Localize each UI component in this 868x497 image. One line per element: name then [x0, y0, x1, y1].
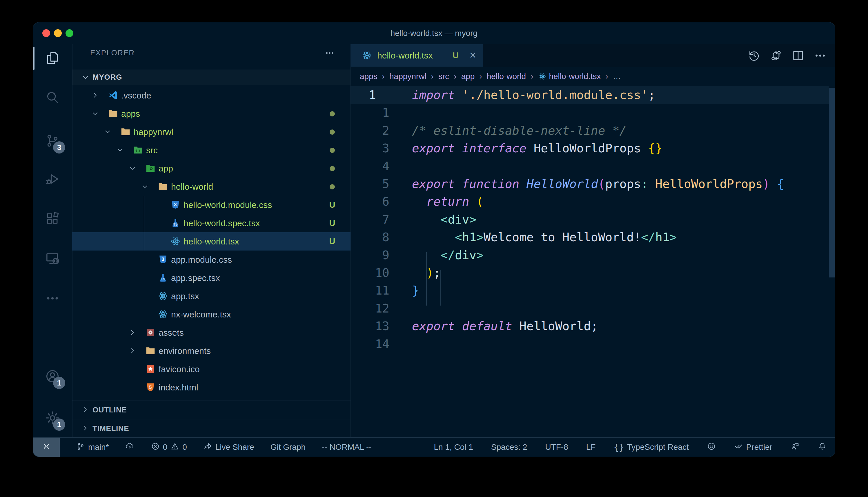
code-line[interactable]: 12	[350, 299, 835, 317]
code-line[interactable]: 9 </div>	[350, 246, 835, 264]
status-item-live-share[interactable]: Live Share	[203, 442, 254, 453]
explorer-more-actions-icon[interactable]	[324, 48, 338, 58]
line-number: 9	[350, 246, 389, 264]
tree-item-.vscode[interactable]: .vscode	[72, 86, 350, 104]
code-line[interactable]: 10 );	[350, 264, 835, 282]
status-item-indentation[interactable]: Spaces: 2	[491, 442, 527, 452]
svg-text:3: 3	[162, 257, 164, 262]
activity-item-run-debug[interactable]	[33, 165, 72, 194]
line-number: 10	[350, 264, 389, 282]
line-number: 11	[350, 282, 389, 299]
tree-item-environments[interactable]: environments	[72, 342, 350, 360]
untracked-badge: U	[327, 214, 337, 232]
breadcrumb-item-apps[interactable]: apps	[360, 72, 377, 81]
tree-item-assets[interactable]: assets	[72, 324, 350, 342]
status-item-notifications[interactable]	[817, 442, 827, 453]
code-line[interactable]: 8 <h1>Welcome to HelloWorld!</h1>	[350, 228, 835, 246]
more-actions-icon[interactable]	[813, 49, 827, 62]
tree-item-happynrwl[interactable]: happynrwl	[72, 123, 350, 141]
code-line[interactable]: 4	[350, 157, 835, 175]
tree-item-apps[interactable]: apps	[72, 104, 350, 123]
tree-item-index.html[interactable]: 5index.html	[72, 378, 350, 397]
tree-item-app.tsx[interactable]: app.tsx	[72, 287, 350, 305]
untracked-badge: U	[327, 232, 337, 251]
line-number: 1	[369, 86, 376, 104]
tab-close-icon[interactable]: ×	[467, 44, 479, 67]
open-changes-icon[interactable]	[769, 49, 783, 62]
activity-item-more-views[interactable]	[33, 284, 72, 313]
tree-item-label: hello-world.tsx	[183, 232, 239, 251]
activity-item-remote-explorer[interactable]	[33, 244, 72, 273]
code-line[interactable]: 2/* eslint-disable-next-line */	[350, 122, 835, 140]
css-icon: 3	[170, 199, 181, 210]
tab-hello-world-tsx[interactable]: hello-world.tsx U ×	[350, 44, 483, 67]
status-text: LF	[586, 442, 596, 452]
history-icon[interactable]	[747, 49, 761, 62]
tree-item-app.module.css[interactable]: 3app.module.css	[72, 251, 350, 269]
status-item-language-mode[interactable]: {}TypeScript React	[614, 442, 689, 452]
breadcrumb-item-app[interactable]: app	[461, 72, 475, 81]
status-item-publish[interactable]	[125, 442, 135, 453]
status-item-remote-indicator[interactable]	[33, 438, 60, 457]
tree-item-hello-world.spec.tsx[interactable]: TShello-world.spec.tsxU	[72, 214, 350, 232]
code-line[interactable]: 1	[350, 104, 835, 122]
breadcrumb-item-src[interactable]: src	[438, 72, 449, 81]
code-text: import './hello-world.module.css';	[412, 86, 655, 104]
code-editor[interactable]: 1import './hello-world.module.css';12/* …	[350, 86, 835, 437]
titlebar: hello-world.tsx — myorg	[33, 22, 835, 44]
sidebar-explorer: EXPLORER MYORG .vscodeappshappynrwlsrcap…	[72, 44, 351, 437]
tree-item-hello-world.module.css[interactable]: 3hello-world.module.cssU	[72, 196, 350, 214]
status-item-git-graph[interactable]: Git Graph	[271, 442, 306, 452]
breadcrumb-item-hello-world.tsx[interactable]: hello-world.tsx	[538, 72, 601, 81]
section-header-myorg[interactable]: MYORG	[72, 70, 350, 85]
tree-item-hello-world[interactable]: hello-world	[72, 178, 350, 196]
status-text: UTF-8	[545, 442, 568, 452]
status-item-github[interactable]	[707, 442, 716, 453]
test-icon: TS	[170, 217, 181, 228]
tab-label: hello-world.tsx	[377, 44, 433, 67]
tree-item-hello-world.tsx[interactable]: hello-world.tsxU	[72, 232, 350, 251]
tree-item-favicon.ico[interactable]: favicon.ico	[72, 360, 350, 378]
activity-item-source-control[interactable]: 3	[33, 126, 72, 155]
status-item-git-branch[interactable]: main*	[76, 442, 109, 453]
status-item-cursor-position[interactable]: Ln 1, Col 1	[434, 442, 473, 452]
tree-item-app[interactable]: app	[72, 159, 350, 178]
breadcrumb-item-…[interactable]: …	[613, 72, 621, 81]
tree-item-app.spec.tsx[interactable]: TSapp.spec.tsx	[72, 269, 350, 287]
code-text: export default HelloWorld;	[412, 317, 598, 335]
chevron-down-icon	[81, 73, 89, 81]
activity-item-search[interactable]	[33, 83, 72, 112]
modified-dot-badge	[330, 166, 335, 171]
breadcrumb-item-hello-world[interactable]: hello-world	[487, 72, 526, 81]
feedback-icon	[790, 442, 800, 453]
tree-item-nx-welcome.tsx[interactable]: nx-welcome.tsx	[72, 305, 350, 324]
panel-timeline[interactable]: TIMELINE	[72, 419, 350, 437]
code-line[interactable]: 14	[350, 335, 835, 353]
status-item-feedback[interactable]	[790, 442, 800, 453]
warning-icon	[170, 442, 179, 453]
code-line[interactable]: 11}	[350, 282, 835, 299]
split-editor-icon[interactable]	[791, 49, 805, 62]
code-line[interactable]: 5export function HelloWorld(props: Hello…	[350, 175, 835, 193]
tree-item-src[interactable]: src	[72, 141, 350, 159]
panel-outline[interactable]: OUTLINE	[72, 400, 350, 419]
activity-item-settings[interactable]: 1	[33, 403, 72, 432]
status-item-prettier[interactable]: Prettier	[734, 442, 772, 453]
status-item-vim-mode[interactable]: -- NORMAL --	[322, 442, 372, 452]
breadcrumb-item-happynrwl[interactable]: happynrwl	[389, 72, 426, 81]
breadcrumb-separator: ›	[454, 72, 456, 81]
status-item-encoding[interactable]: UTF-8	[545, 442, 568, 452]
code-line[interactable]: 1import './hello-world.module.css';	[350, 86, 835, 104]
publish-icon	[125, 442, 135, 453]
code-line[interactable]: 3export interface HelloWorldProps {}	[350, 139, 835, 157]
editor-scrollbar[interactable]	[829, 88, 835, 278]
code-line[interactable]: 6 return (	[350, 193, 835, 211]
activity-bar: 311	[33, 44, 72, 437]
activity-item-accounts[interactable]: 1	[33, 362, 72, 391]
code-line[interactable]: 7 <div>	[350, 211, 835, 228]
status-item-problems[interactable]: 00	[151, 442, 187, 453]
activity-item-explorer[interactable]	[33, 44, 72, 73]
code-line[interactable]: 13export default HelloWorld;	[350, 317, 835, 335]
activity-item-extensions[interactable]	[33, 204, 72, 233]
status-item-eol[interactable]: LF	[586, 442, 596, 452]
